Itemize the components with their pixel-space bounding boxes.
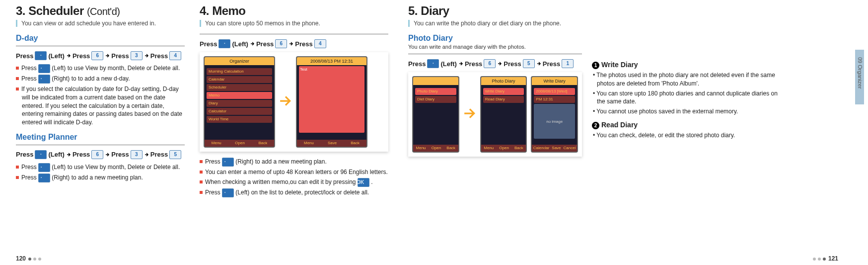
screen-foot: MenuOpenBack — [413, 145, 458, 152]
screen-foot: CalendarSaveCancel — [532, 145, 577, 152]
intro-memo: You can store upto 50 memos in the phone… — [200, 20, 388, 27]
screen-header — [413, 77, 458, 85]
screen-header: Write Diary — [532, 77, 577, 85]
title-memo: 4. Memo — [200, 4, 388, 18]
screen-photo-diary: Photo Diary Write DiaryRead Diary MenuOp… — [480, 76, 527, 153]
screen-foot: MenuOpenBack — [481, 145, 526, 152]
circled-1: 1 — [592, 62, 599, 69]
column-memo: 4. Memo You can store upto 50 memos in t… — [200, 4, 408, 203]
screen-header: Photo Diary — [481, 77, 526, 85]
screen-organizer: Organizer Morning CalculationCalendarSch… — [204, 56, 275, 148]
divider — [408, 54, 582, 54]
memo-text: Test — [299, 66, 364, 133]
page-right: 121 — [812, 255, 838, 262]
write-diary-label: Write Diary — [601, 61, 638, 69]
intro-diary: You can write the photo diary or diet di… — [408, 20, 582, 27]
press-meeting: Press·(Left)Press6Press3Press5 — [16, 150, 185, 159]
screen-foot: MenuOpenBack — [205, 140, 274, 147]
diary-date: 2008/08/13 [Wed] — [534, 88, 575, 95]
press-memo: Press·(Left)Press6Press4 — [200, 39, 388, 48]
side-label: 09 Organizer — [857, 57, 863, 89]
heading-read-diary: 2Read Diary — [592, 121, 781, 129]
diary-time: PM 12:31 — [534, 96, 575, 103]
screen-diary-menu: Photo DiaryDiet Diary MenuOpenBack — [412, 76, 459, 153]
heading-dday: D-day — [16, 34, 185, 43]
page-num-right: 121 — [828, 255, 838, 262]
press-dday: Press·(Left)Press6Press3Press4 — [16, 51, 185, 60]
screen-body: 2008/08/13 [Wed] PM 12:31 no image — [532, 85, 577, 142]
memo-screens: Organizer Morning CalculationCalendarSch… — [200, 52, 388, 152]
title-scheduler-cont: (Cont'd) — [87, 6, 120, 17]
screen-body: Morning CalculationCalendarSchedulerMemo… — [205, 65, 274, 126]
heading-photo-diary: Photo Diary — [408, 34, 582, 43]
bullets-dday: Press · (Left) to use View by month, Del… — [16, 64, 185, 127]
title-diary: 5. Diary — [408, 4, 582, 18]
screen-body: Write DiaryRead Diary — [481, 85, 526, 106]
bullets-read-diary: • You can check, delete, or edit the sto… — [592, 131, 781, 140]
bullets-meeting: Press · (Left) to use View by month, Del… — [16, 163, 185, 182]
circled-2: 2 — [592, 122, 599, 129]
column-scheduler: 3. Scheduler (Cont'd) You can view or ad… — [16, 4, 200, 203]
intro-scheduler: You can view or add schedule you have en… — [16, 20, 185, 27]
page-num-left: 120 — [16, 255, 26, 262]
no-image: no image — [534, 104, 575, 139]
divider — [16, 145, 185, 145]
heading-write-diary: 1Write Diary — [592, 61, 781, 69]
bullets-memo: Press · (Right) to add a new meeting pla… — [200, 158, 388, 197]
page-footer: 120 121 — [16, 255, 838, 262]
page-left: 120 — [16, 255, 42, 262]
title-scheduler: 3. Scheduler (Cont'd) — [16, 4, 185, 18]
arrow-icon — [279, 94, 292, 109]
screen-header: 2008/08/13 PM 12:31 — [297, 57, 366, 65]
note-photo-diary: You can write and manage diary with the … — [408, 44, 582, 50]
screen-memo: 2008/08/13 PM 12:31 Test MenuSaveBack — [296, 56, 367, 148]
heading-meeting: Meeting Planner — [16, 133, 185, 142]
screen-header: Organizer — [205, 57, 274, 65]
press-photo-diary: Press·(Left)Press6Press5Press1 — [408, 59, 582, 68]
screen-foot: MenuSaveBack — [297, 140, 366, 147]
screen-body: Photo DiaryDiet Diary — [413, 85, 458, 106]
title-scheduler-text: 3. Scheduler — [16, 4, 84, 17]
divider — [200, 34, 388, 34]
column-diary: 5. Diary You can write the photo diary o… — [408, 4, 592, 203]
column-diary-details: 1Write Diary • The photos used in the ph… — [592, 4, 781, 203]
diary-screens: Photo DiaryDiet Diary MenuOpenBack Photo… — [408, 72, 582, 157]
arrow-icon — [463, 107, 476, 122]
read-diary-label: Read Diary — [601, 121, 638, 129]
screen-write-diary: Write Diary 2008/08/13 [Wed] PM 12:31 no… — [531, 76, 578, 153]
divider — [16, 46, 185, 46]
bullets-write-diary: • The photos used in the photo diary are… — [592, 71, 781, 116]
